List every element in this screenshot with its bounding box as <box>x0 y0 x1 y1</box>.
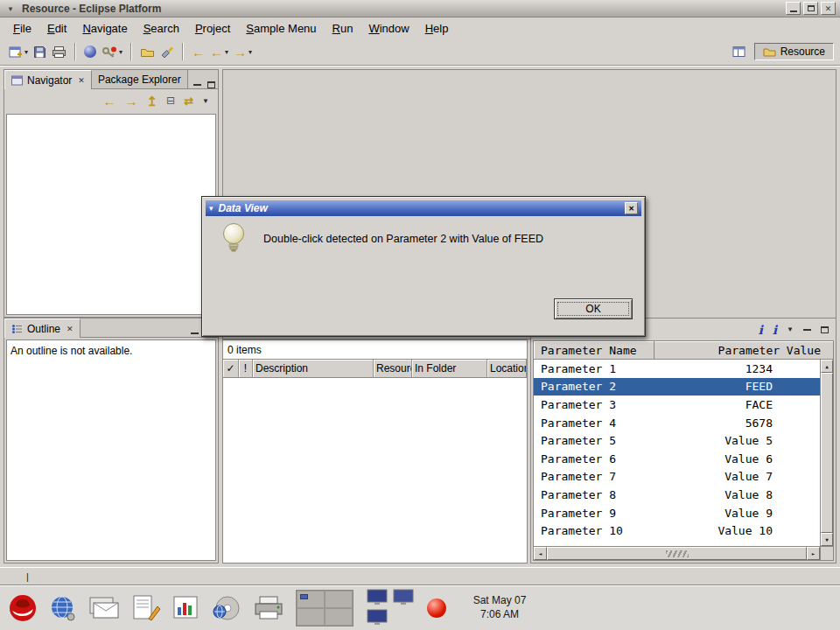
ok-button[interactable]: OK <box>554 298 633 319</box>
scrollbar-thumb[interactable] <box>821 373 833 533</box>
scroll-right-icon[interactable]: ► <box>807 547 820 560</box>
workspace-switcher[interactable] <box>296 590 354 626</box>
info-icon[interactable]: i <box>758 323 762 337</box>
menu-item-file[interactable]: File <box>5 19 39 38</box>
tasks-col-description[interactable]: Description <box>253 360 374 377</box>
col-parameter-name[interactable]: Parameter Name <box>534 341 654 359</box>
navigator-tree[interactable] <box>6 114 216 315</box>
link-editor-icon[interactable]: ⇄ <box>184 95 193 107</box>
tasks-col-in-folder[interactable]: In Folder <box>412 360 487 377</box>
close-button[interactable]: ✕ <box>821 2 836 15</box>
minimize-view-icon[interactable] <box>803 329 811 331</box>
scroll-left-icon[interactable]: ◄ <box>534 547 547 560</box>
dialog-close-button[interactable]: ✕ <box>625 202 638 214</box>
maximize-view-icon[interactable] <box>821 326 829 333</box>
window-controls: ✕ <box>786 2 836 15</box>
close-icon[interactable]: ✕ <box>76 76 85 85</box>
window-menu-icon[interactable]: ▾ <box>4 3 17 15</box>
tasks-col-resource[interactable]: Resource <box>374 360 412 377</box>
new-wizard-button[interactable]: ▾ <box>6 44 31 60</box>
workspace-2[interactable] <box>325 591 353 608</box>
info-icon[interactable]: i <box>773 323 777 337</box>
param-row-1[interactable]: Parameter 11234 <box>534 360 820 378</box>
desktop: ▾ Resource - Eclipse Platform ✕ File Edi… <box>0 0 840 630</box>
param-row-6[interactable]: Parameter 6Value 6 <box>534 450 820 468</box>
param-row-10[interactable]: Parameter 10Value 10 <box>534 522 820 540</box>
param-name: Parameter 1 <box>534 362 654 375</box>
window-titlebar[interactable]: ▾ Resource - Eclipse Platform ✕ <box>0 0 840 18</box>
param-row-5[interactable]: Parameter 5Value 5 <box>534 431 820 450</box>
scrollbar-thumb[interactable] <box>547 547 807 560</box>
perspective-resource-button[interactable]: Resource <box>754 43 834 60</box>
presentation-button[interactable] <box>172 595 200 621</box>
tab-package-explorer[interactable]: Package Explorer <box>92 70 188 88</box>
search-button[interactable] <box>158 44 177 60</box>
web-browser-button[interactable] <box>49 594 77 622</box>
scroll-up-icon[interactable]: ▲ <box>821 360 833 373</box>
monitor-icon <box>367 609 388 626</box>
globe-icon <box>49 594 77 622</box>
menu-item-search[interactable]: Search <box>136 19 187 38</box>
tab-navigator[interactable]: Navigator ✕ <box>4 70 92 89</box>
workspace-4[interactable] <box>325 608 353 626</box>
param-row-4[interactable]: Parameter 45678 <box>534 414 820 432</box>
param-row-8[interactable]: Parameter 8Value 8 <box>534 486 820 504</box>
col-parameter-value[interactable]: Parameter Value <box>654 341 833 359</box>
minimize-view-icon[interactable] <box>193 84 201 86</box>
maximize-view-icon[interactable] <box>207 81 215 88</box>
tasks-col-location[interactable]: Location <box>487 360 527 377</box>
print-button[interactable] <box>49 44 69 60</box>
back-icon[interactable]: ← <box>103 94 116 108</box>
param-row-2[interactable]: Parameter 2FEED <box>534 378 820 396</box>
dialog-titlebar[interactable]: ▾ Data View ✕ <box>206 200 641 216</box>
document-icon <box>131 594 161 622</box>
sample-sphere-button[interactable] <box>81 44 99 60</box>
printer-button[interactable] <box>253 595 284 621</box>
scroll-down-icon[interactable]: ▼ <box>821 533 833 546</box>
collapse-all-icon[interactable]: ⊟ <box>166 94 175 107</box>
param-name: Parameter 8 <box>534 488 654 501</box>
back-button[interactable]: ←▾ <box>207 44 231 60</box>
menu-item-sample-menu[interactable]: Sample Menu <box>238 19 324 38</box>
flashlight-icon <box>160 46 174 59</box>
param-row-9[interactable]: Parameter 9Value 9 <box>534 504 820 522</box>
tasks-col-priority[interactable]: ! <box>239 360 253 377</box>
last-edit-button[interactable]: ← <box>189 44 207 60</box>
redhat-menu-button[interactable] <box>8 593 38 623</box>
forward-icon[interactable]: → <box>125 94 138 108</box>
open-perspective-button[interactable] <box>730 44 749 60</box>
menu-item-help[interactable]: Help <box>417 19 457 38</box>
vertical-scrollbar[interactable]: ▲ ▼ <box>820 360 833 546</box>
view-menu-icon[interactable]: ▼ <box>787 326 794 333</box>
tasks-list[interactable] <box>223 378 527 563</box>
dialog-menu-icon[interactable]: ▾ <box>209 204 214 213</box>
minimize-button[interactable] <box>786 2 801 15</box>
menu-item-navigate[interactable]: Navigate <box>74 19 135 38</box>
view-menu-icon[interactable]: ▼ <box>202 97 209 105</box>
clock[interactable]: Sat May 07 7:06 AM <box>440 593 559 621</box>
web-disc-button[interactable] <box>212 594 242 622</box>
minimize-view-icon[interactable] <box>191 332 199 334</box>
open-resource-button[interactable] <box>137 45 158 60</box>
window-list[interactable] <box>365 589 416 627</box>
tab-outline[interactable]: Outline ✕ <box>4 318 80 338</box>
sample-action-button[interactable]: ▾ <box>99 44 125 60</box>
menu-item-edit[interactable]: Edit <box>39 19 74 38</box>
forward-button[interactable]: →▾ <box>231 44 255 60</box>
documents-button[interactable] <box>131 594 161 622</box>
workspace-1[interactable] <box>297 591 325 608</box>
param-row-3[interactable]: Parameter 3FACE <box>534 396 820 414</box>
up-icon[interactable]: ↥ <box>147 94 158 108</box>
save-button[interactable] <box>31 44 49 60</box>
horizontal-scrollbar[interactable]: ◄ ► <box>534 546 820 560</box>
close-icon[interactable]: ✕ <box>65 325 74 333</box>
param-row-7[interactable]: Parameter 7Value 7 <box>534 468 820 486</box>
menu-item-project[interactable]: Project <box>187 19 238 38</box>
workspace-3[interactable] <box>297 608 325 626</box>
tasks-col-complete[interactable]: ✓ <box>223 360 239 377</box>
maximize-button[interactable] <box>803 2 818 15</box>
menu-item-run[interactable]: Run <box>325 19 361 38</box>
email-button[interactable] <box>88 595 120 621</box>
menu-item-window[interactable]: Window <box>360 19 416 38</box>
menu-bar: File Edit Navigate Search Project Sample… <box>0 18 840 38</box>
